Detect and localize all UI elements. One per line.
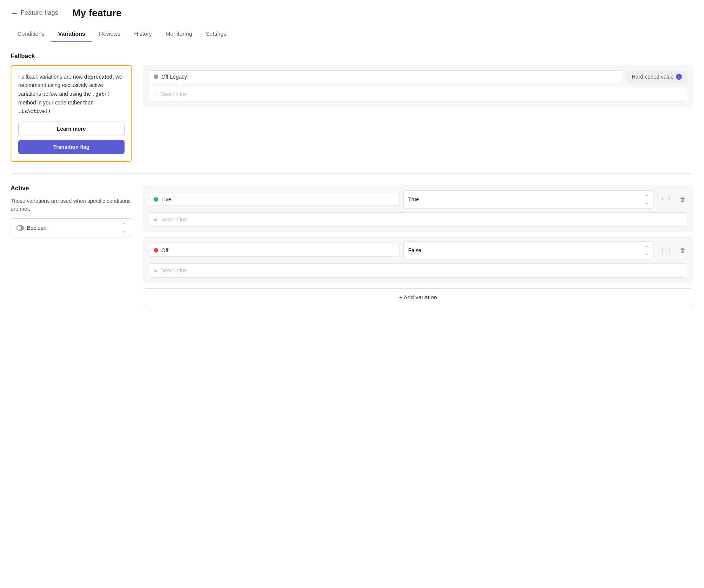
off-lines-icon: ≡ [154,267,157,274]
active-description: Those variations are used when specific … [11,197,132,213]
off-description-input[interactable]: ≡ Description [149,263,687,278]
live-dots-icon[interactable]: ⋮⋮ [658,194,674,205]
type-select-left: Boolean [16,225,46,231]
off-description-placeholder: Description [160,267,187,273]
deprecation-box: Fallback variations are now deprecated, … [11,65,132,162]
tab-monitoring[interactable]: Monitoring [159,27,199,42]
live-trash-icon[interactable]: 🗑 [678,194,687,204]
live-top-row: Live True ⌃⌄ ⋮⋮ 🗑 [149,190,687,209]
tab-history[interactable]: History [127,27,159,42]
off-dot [154,248,158,253]
header: ← Feature flags My feature [0,0,704,19]
learn-more-button[interactable]: Learn more [18,122,125,136]
tab-settings[interactable]: Settings [199,27,233,42]
fallback-description-placeholder: Description [160,91,187,97]
add-variation-button[interactable]: + Add variation [143,288,693,306]
active-row: Active Those variations are used when sp… [11,185,693,306]
live-value-select[interactable]: True ⌃⌄ [403,190,654,209]
main-content: Fallback Fallback variations are now dep… [0,42,704,317]
fallback-variation-card: Off Legacy Hard-coded value i ≡ Descript… [143,65,693,107]
page-title: My feature [72,7,122,19]
active-section-left: Active Those variations are used when sp… [11,185,132,237]
off-dots-icon[interactable]: ⋮⋮ [658,245,674,256]
off-value-chevron-icon: ⌃⌄ [645,245,649,256]
deprecation-text: Fallback variations are now deprecated, … [18,73,125,115]
tab-conditions[interactable]: Conditions [11,27,51,42]
fallback-name-input[interactable]: Off Legacy [149,70,622,83]
hard-coded-text: Hard-coded value [631,74,674,80]
back-arrow-icon: ← [11,9,18,17]
type-select[interactable]: Boolean ⌃⌄ [11,218,132,237]
type-chevron-icon: ⌃⌄ [122,222,126,234]
fallback-variation-top: Off Legacy Hard-coded value i [149,70,687,83]
section-separator [11,173,693,174]
fallback-section: Fallback Fallback variations are now dep… [11,53,693,162]
off-top-row: Off False ⌃⌄ ⋮⋮ 🗑 [149,241,687,259]
live-value-text: True [408,196,419,202]
boolean-icon [16,225,24,231]
back-label: Feature flags [21,9,58,17]
lines-icon: ≡ [154,91,157,98]
fallback-row: Fallback variations are now deprecated, … [11,65,693,162]
tab-reviews[interactable]: Reviews [92,27,128,42]
fallback-title: Fallback [11,53,693,60]
active-right-panel: Live True ⌃⌄ ⋮⋮ 🗑 ≡ Description [143,185,693,306]
off-name-input[interactable]: Off [149,244,399,257]
header-divider [65,7,65,19]
live-description-placeholder: Description [160,217,187,223]
fallback-name-text: Off Legacy [161,74,187,80]
transition-flag-button[interactable]: Transition flag [18,140,125,154]
tab-variations[interactable]: Variations [51,27,92,42]
off-value-select[interactable]: False ⌃⌄ [403,241,654,259]
tabs-nav: Conditions Variations Reviews History Mo… [0,22,704,42]
fallback-right-panel: Off Legacy Hard-coded value i ≡ Descript… [143,65,693,111]
active-section: Active Those variations are used when sp… [11,185,693,306]
live-description-input[interactable]: ≡ Description [149,212,687,227]
live-name-text: Live [161,196,171,202]
off-value-text: False [408,247,421,253]
live-dot [154,197,158,202]
off-trash-icon[interactable]: 🗑 [678,245,687,255]
active-variation-live: Live True ⌃⌄ ⋮⋮ 🗑 ≡ Description [143,185,693,232]
live-name-input[interactable]: Live [149,193,399,206]
off-name-text: Off [161,247,168,253]
active-title: Active [11,185,132,192]
type-label: Boolean [27,225,46,231]
info-icon[interactable]: i [676,74,682,80]
live-value-chevron-icon: ⌃⌄ [645,194,649,205]
back-link[interactable]: ← Feature flags [11,9,58,17]
fallback-dot [154,74,158,79]
hard-coded-label: Hard-coded value i [626,71,687,83]
fallback-description-input[interactable]: ≡ Description [149,87,687,101]
active-variation-off: Off False ⌃⌄ ⋮⋮ 🗑 ≡ Description [143,236,693,283]
live-lines-icon: ≡ [154,216,157,223]
